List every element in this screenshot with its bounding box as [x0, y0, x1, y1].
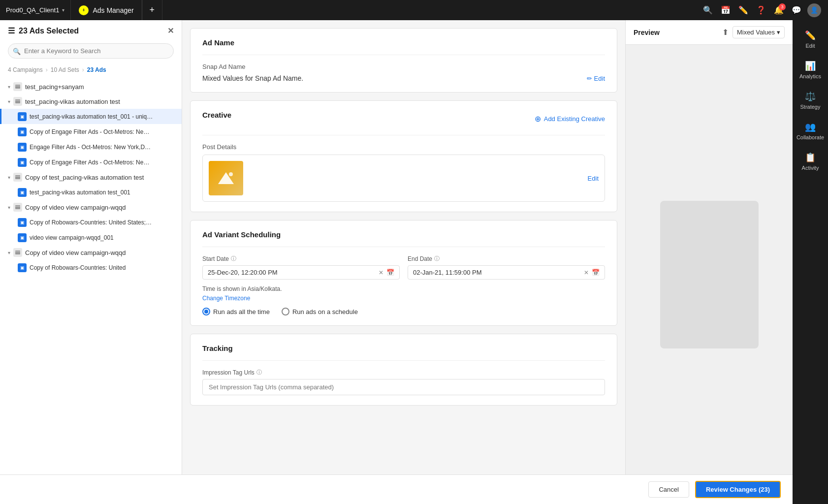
breadcrumb-adsets[interactable]: 10 Ad Sets — [51, 66, 79, 73]
add-tab-button[interactable]: + — [142, 0, 162, 20]
search-input[interactable] — [8, 43, 174, 59]
creative-panel: Creative ⊕ Add Existing Creative Post De… — [190, 100, 617, 212]
tree-item-label-4: Copy of Engage Filter Ads - Oct-Metros: … — [30, 159, 153, 166]
tree-item-edit-4[interactable]: ✏ — [156, 158, 163, 167]
sidebar-close-button[interactable]: ✕ — [167, 26, 174, 35]
divider-4 — [202, 360, 605, 361]
tree-item-3[interactable]: ▣ Engage Filter Ads - Oct-Metros: New Yo… — [0, 139, 182, 155]
help-icon[interactable]: ❓ — [753, 2, 769, 18]
tree-item-more-4[interactable]: ⋮ — [165, 158, 174, 167]
preview-upload-icon[interactable]: ⬆ — [722, 28, 729, 37]
preview-title: Preview — [634, 29, 718, 36]
review-changes-button[interactable]: Review Changes (23) — [695, 481, 781, 498]
radio-schedule-circle — [282, 308, 289, 315]
tree-item-edit-2[interactable]: ✏ — [156, 127, 163, 136]
tree-item-8[interactable]: ▣ Copy of Robowars-Countries: United ✏ ⋮ — [0, 260, 182, 275]
tree-item-1[interactable]: ▣ test_pacing-vikas automation test_001 … — [0, 109, 182, 124]
add-creative-label: Add Existing Creative — [544, 115, 605, 123]
radio-all-time[interactable]: Run ads all the time — [202, 308, 270, 315]
tree-chevron-5: ▾ — [8, 250, 10, 255]
account-switcher[interactable]: Prod0_QA_Client1 ▾ — [0, 0, 71, 20]
tree-group-label-1: test_pacing+sanyam — [25, 83, 84, 91]
sidebar-item-activity[interactable]: 📋 Activity — [793, 146, 828, 177]
sidebar-item-collaborate[interactable]: 👥 Collaborate — [793, 116, 828, 146]
svg-rect-10 — [15, 252, 20, 252]
svg-rect-2 — [15, 86, 20, 86]
start-date-value: 25-Dec-20, 12:20:00 PM — [208, 269, 376, 276]
tree-item-edit-1[interactable]: ✏ — [156, 112, 163, 121]
edit-pencil-icon[interactable]: ✏️ — [735, 2, 751, 18]
tree-item-4[interactable]: ▣ Copy of Engage Filter Ads - Oct-Metros… — [0, 155, 182, 170]
cancel-button[interactable]: Cancel — [648, 481, 689, 498]
tree-item-edit-5[interactable]: ✏ — [156, 188, 163, 197]
impression-tag-label: Impression Tag Urls ⓘ — [202, 369, 605, 376]
tree-item-6[interactable]: ▣ Copy of Robowars-Countries: United Sta… — [0, 215, 182, 230]
snap-ad-name-edit-button[interactable]: ✏ Edit — [587, 75, 605, 82]
divider-2 — [202, 135, 605, 135]
change-timezone-link[interactable]: Change Timezone — [202, 295, 250, 302]
tree-item-edit-8[interactable]: ✏ — [156, 263, 163, 272]
post-edit-button[interactable]: Edit — [588, 175, 599, 182]
user-avatar[interactable]: 👤 — [806, 2, 822, 18]
search-icon[interactable]: 🔍 — [700, 2, 716, 18]
start-date-input[interactable]: 25-Dec-20, 12:20:00 PM ✕ 📅 — [202, 265, 400, 280]
tree-group-label-4: Copy of video view campaign-wqqd — [25, 204, 126, 211]
breadcrumb-campaigns[interactable]: 4 Campaigns — [8, 66, 43, 73]
preview-dropdown[interactable]: Mixed Values ▾ — [732, 26, 785, 38]
tree-chevron-4: ▾ — [8, 205, 10, 210]
radio-all-time-label: Run ads all the time — [213, 308, 270, 315]
sidebar-header: ☰ 23 Ads Selected ✕ — [0, 20, 182, 39]
tree-item-more-8[interactable]: ⋮ — [165, 263, 174, 272]
chat-icon[interactable]: 💬 — [789, 2, 804, 18]
tree-group-2: ▾ test_pacing-vikas automation test ▣ te… — [0, 94, 182, 170]
radio-schedule[interactable]: Run ads on a schedule — [282, 308, 358, 315]
tree-chevron-3: ▾ — [8, 175, 10, 180]
sidebar-item-collaborate-label: Collaborate — [796, 134, 824, 140]
tree-group-header-5[interactable]: ▾ Copy of video view campaign-wqqd — [0, 245, 182, 260]
tree-group-header-1[interactable]: ▾ test_pacing+sanyam — [0, 79, 182, 94]
post-details-box: Edit — [202, 155, 605, 202]
tree-item-more-7[interactable]: ⋮ — [165, 233, 174, 242]
left-sidebar: ☰ 23 Ads Selected ✕ 🔍 4 Campaigns › 10 A… — [0, 20, 182, 504]
tree-item-more-5[interactable]: ⋮ — [165, 188, 174, 197]
breadcrumb-ads[interactable]: 23 Ads — [87, 66, 106, 73]
tree-group-header-4[interactable]: ▾ Copy of video view campaign-wqqd — [0, 200, 182, 215]
sidebar-title-text: 23 Ads Selected — [19, 27, 79, 35]
sidebar-item-strategy[interactable]: ⚖️ Strategy — [793, 85, 828, 116]
notification-icon[interactable]: 🔔 3 — [771, 2, 787, 18]
tree-item-more-3[interactable]: ⋮ — [165, 142, 174, 152]
start-date-group: Start Date ⓘ 25-Dec-20, 12:20:00 PM ✕ 📅 — [202, 255, 400, 280]
tree-item-more-6[interactable]: ⋮ — [165, 218, 174, 227]
end-date-calendar-icon[interactable]: 📅 — [592, 269, 600, 276]
tree-group-4: ▾ Copy of video view campaign-wqqd ▣ Cop… — [0, 200, 182, 245]
sidebar-item-analytics[interactable]: 📊 Analytics — [793, 55, 828, 85]
tree-item-more-1[interactable]: ⋮ — [165, 112, 174, 121]
top-nav-icons: 🔍 📅 ✏️ ❓ 🔔 3 💬 👤 — [700, 2, 828, 18]
tree-item-edit-6[interactable]: ✏ — [156, 218, 163, 227]
search-icon-inner: 🔍 — [13, 47, 21, 55]
tree-item-label-8: Copy of Robowars-Countries: United — [30, 264, 153, 271]
end-date-label: End Date ⓘ — [408, 255, 605, 262]
app-logo — [79, 5, 89, 15]
tree-group-icon-4 — [13, 203, 22, 212]
tree-group-header-2[interactable]: ▾ test_pacing-vikas automation test — [0, 94, 182, 109]
end-date-clear-icon[interactable]: ✕ — [584, 269, 589, 276]
tree-item-edit-7[interactable]: ✏ — [156, 233, 163, 242]
tree-item-2[interactable]: ▣ Copy of Engage Filter Ads - Oct-Metros… — [0, 124, 182, 139]
strategy-icon: ⚖️ — [805, 91, 816, 102]
start-date-calendar-icon[interactable]: 📅 — [386, 269, 394, 276]
impression-tag-input[interactable] — [202, 379, 605, 395]
tree-item-7[interactable]: ▣ video view campaign-wqqd_001 ✏ ⋮ — [0, 230, 182, 245]
tree-group-3: ▾ Copy of test_pacing-vikas automation t… — [0, 170, 182, 200]
calendar-icon[interactable]: 📅 — [718, 2, 733, 18]
add-existing-creative-button[interactable]: ⊕ Add Existing Creative — [535, 114, 605, 124]
end-date-input[interactable]: 02-Jan-21, 11:59:00 PM ✕ 📅 — [408, 265, 605, 280]
sidebar-item-edit[interactable]: ✏️ Edit — [793, 24, 828, 55]
tree-item-more-2[interactable]: ⋮ — [165, 127, 174, 136]
tree-item-edit-3[interactable]: ✏ — [156, 142, 163, 152]
tree-group-header-3[interactable]: ▾ Copy of test_pacing-vikas automation t… — [0, 170, 182, 185]
start-date-label: Start Date ⓘ — [202, 255, 400, 262]
svg-rect-4 — [15, 100, 20, 101]
start-date-clear-icon[interactable]: ✕ — [379, 269, 383, 276]
tree-item-5[interactable]: ▣ test_pacing-vikas automation test_001 … — [0, 185, 182, 200]
